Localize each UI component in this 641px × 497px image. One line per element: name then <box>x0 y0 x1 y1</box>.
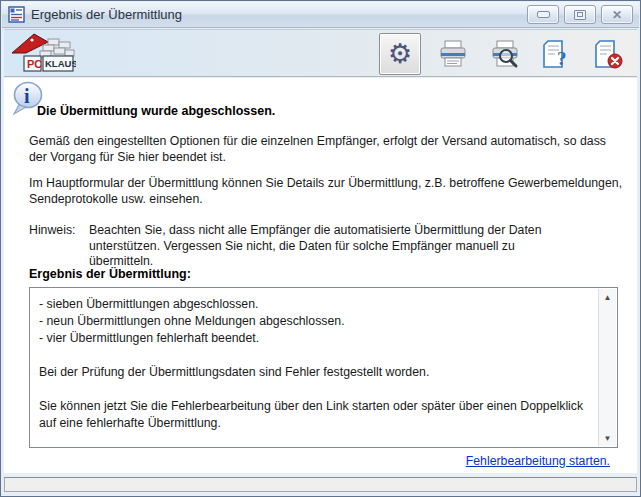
help-button[interactable]: ? <box>537 33 577 75</box>
svg-text:?: ? <box>557 48 567 69</box>
close-icon: ✕ <box>612 9 622 21</box>
toolbar: ⚙ <box>379 33 629 75</box>
printer-icon <box>437 39 469 69</box>
dialog-window: Ergebnis der Übermittlung ✕ <box>0 0 641 497</box>
window-title: Ergebnis der Übermittlung <box>31 7 182 22</box>
note-label: Hinweis: <box>29 223 75 237</box>
document-question-icon: ? <box>541 39 573 69</box>
start-error-handling-link[interactable]: Fehlerbearbeitung starten. <box>466 454 610 468</box>
result-line: - vier Übermittlungen fehlerhaft beendet… <box>39 330 593 347</box>
result-box-label: Ergebnis der Übermittlung: <box>29 267 191 281</box>
print-preview-button[interactable] <box>485 33 525 75</box>
svg-text:KLAUS: KLAUS <box>45 58 76 69</box>
paragraph-details: Im Hauptformular der Übermittlung können… <box>29 176 625 207</box>
header-band: PC KLAUS ⚙ <box>4 29 637 77</box>
app-icon <box>8 6 25 23</box>
result-line <box>39 347 593 364</box>
gear-icon: ⚙ <box>388 41 412 68</box>
result-line: - neun Übermittlungen ohne Meldungen abg… <box>39 313 593 330</box>
maximize-button[interactable] <box>564 5 596 24</box>
scroll-down-icon[interactable]: ▼ <box>600 430 615 446</box>
paragraph-auto-send: Gemäß den eingestellten Optionen für die… <box>29 134 621 165</box>
minimize-button[interactable] <box>527 5 559 24</box>
result-line: Bei der Prüfung der Übermittlungsdaten s… <box>39 364 593 381</box>
result-text: - sieben Übermittlungen abgeschlossen. -… <box>39 296 593 432</box>
print-button[interactable] <box>433 33 473 75</box>
scroll-up-icon[interactable]: ▲ <box>600 289 615 305</box>
svg-text:i: i <box>24 85 30 107</box>
window-controls: ✕ <box>527 5 633 24</box>
vertical-scrollbar[interactable]: ▲ ▼ <box>598 289 616 446</box>
title-bar: Ergebnis der Übermittlung ✕ <box>2 2 639 28</box>
note-text: Beachten Sie, dass nicht alle Empfänger … <box>89 223 581 270</box>
status-bar <box>4 477 637 492</box>
result-heading: Die Übermittlung wurde abgeschlossen. <box>37 104 275 118</box>
svg-text:PC: PC <box>27 58 42 70</box>
close-button[interactable]: ✕ <box>601 5 633 24</box>
pc-klaus-logo: PC KLAUS <box>10 31 76 76</box>
close-form-button[interactable] <box>589 33 629 75</box>
result-line: Sie können jetzt Sie die Fehlerbearbeitu… <box>39 398 593 432</box>
maximize-icon <box>574 10 586 20</box>
result-textbox[interactable]: - sieben Übermittlungen abgeschlossen. -… <box>29 287 618 448</box>
minimize-icon <box>537 11 550 18</box>
result-line: - sieben Übermittlungen abgeschlossen. <box>39 296 593 313</box>
document-close-icon <box>593 39 625 69</box>
result-line <box>39 381 593 398</box>
settings-button[interactable]: ⚙ <box>379 33 421 75</box>
printer-magnifier-icon <box>489 39 521 69</box>
dialog-content: i Die Übermittlung wurde abgeschlossen. … <box>4 78 637 473</box>
